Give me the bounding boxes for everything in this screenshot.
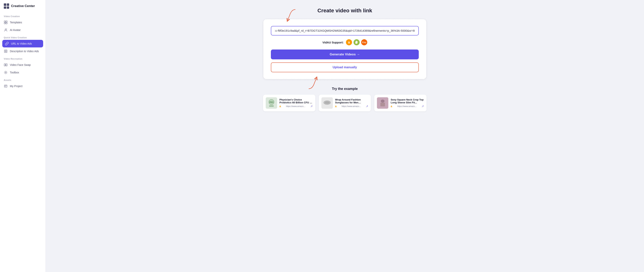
link-icon [5, 42, 9, 45]
svg-rect-1 [6, 21, 7, 22]
main-card: VidAU Support: a Etsy Generate Videos → [263, 19, 426, 79]
url-to-video-label: URL to Video Ads [11, 42, 32, 45]
templates-label: Templates [10, 21, 22, 24]
external-link-icon-3[interactable]: ↗ [422, 105, 424, 108]
url-input-wrapper[interactable] [271, 26, 419, 35]
amazon-platform-3: a [390, 105, 392, 108]
example-name-2: Wrap Around Fashion Sunglasses for Men W… [335, 98, 368, 104]
upload-manually-label: Upload manually [333, 66, 357, 69]
example-card-2[interactable]: Wrap Around Fashion Sunglasses for Men W… [319, 95, 371, 111]
example-url-row-1: a https://www.amazo... ↗ [280, 105, 313, 108]
external-link-icon-2[interactable]: ↗ [366, 105, 368, 108]
svg-point-10 [5, 72, 6, 73]
section-video-recreation: Video Recreation [0, 55, 46, 61]
sidebar-item-my-project[interactable]: My Project [0, 82, 46, 90]
example-url-row-2: a https://www.amazo... ↗ [335, 105, 368, 108]
upload-manually-button[interactable]: Upload manually [271, 62, 419, 72]
logo-icon [4, 3, 9, 9]
svg-rect-3 [6, 22, 7, 24]
etsy-icon: Etsy [361, 39, 367, 45]
face-swap-icon [4, 63, 8, 67]
sidebar-item-templates[interactable]: Templates [0, 18, 46, 26]
support-row: VidAU Support: a Etsy [271, 39, 419, 45]
generate-button-label: Generate Videos → [330, 53, 360, 56]
toolbox-icon [4, 71, 8, 74]
example-img-3 [377, 97, 388, 109]
amazon-platform-2: a [335, 105, 337, 108]
generate-button[interactable]: Generate Videos → [271, 49, 419, 59]
sidebar-item-video-face-swap[interactable]: Video Face Swap [0, 61, 46, 69]
example-name-3: Sexy Square Neck Crop Top Long Sleeve Sl… [390, 98, 424, 104]
sidebar-item-ai-avatar[interactable]: AI Avatar [0, 26, 46, 34]
example-info-1: Physician's Choice Probiotics 60 Billion… [280, 98, 313, 108]
svg-rect-11 [4, 85, 7, 87]
sidebar-item-toolbox[interactable]: Toolbox [0, 69, 46, 76]
project-icon [4, 84, 8, 88]
svg-point-5 [6, 29, 7, 29]
example-img-2 [322, 97, 333, 109]
try-example-section: Try the example PRO Physician's Choice P… [263, 87, 426, 111]
avatar-icon [4, 28, 8, 32]
section-video-creation: Video Creation [0, 12, 46, 18]
toolbox-label: Toolbox [10, 71, 19, 74]
section-assets: Assets [0, 76, 46, 82]
example-url-row-3: a https://www.amazo... ↗ [390, 105, 424, 108]
my-project-label: My Project [10, 85, 22, 88]
url-input[interactable] [275, 29, 415, 32]
example-url-1: https://www.amazo... [286, 105, 305, 107]
example-img-1: PRO [266, 97, 277, 109]
example-url-3: https://www.amazo... [397, 105, 416, 107]
ai-avatar-label: AI Avatar [10, 28, 21, 31]
svg-point-18 [324, 101, 330, 104]
shopify-icon [354, 39, 360, 45]
svg-point-4 [5, 29, 6, 30]
desc-icon [4, 49, 8, 53]
arrow-top [280, 8, 303, 22]
examples-grid: PRO Physician's Choice Probiotics 60 Bil… [263, 95, 426, 111]
svg-rect-2 [4, 22, 6, 24]
app-name: Creative Center [11, 4, 35, 8]
description-to-video-label: Description to Video Ads [10, 50, 39, 53]
section-quick-video: Quick Video Creation [0, 34, 46, 40]
svg-rect-0 [4, 21, 6, 22]
arrow-bottom [301, 76, 324, 90]
template-icon [4, 20, 8, 24]
example-card-1[interactable]: PRO Physician's Choice Probiotics 60 Bil… [263, 95, 315, 111]
svg-rect-9 [6, 64, 7, 66]
video-face-swap-label: Video Face Swap [10, 63, 30, 66]
example-card-3[interactable]: Sexy Square Neck Crop Top Long Sleeve Sl… [374, 95, 426, 111]
amazon-icon: a [346, 39, 352, 45]
svg-text:PRO: PRO [269, 101, 274, 103]
example-name-1: Physician's Choice Probiotics 60 Billion… [280, 98, 313, 104]
try-example-title: Try the example [263, 87, 426, 91]
sidebar-item-description-to-video[interactable]: Description to Video Ads [0, 47, 46, 55]
sidebar-item-url-to-video[interactable]: URL to Video Ads [2, 40, 43, 47]
svg-point-20 [381, 100, 384, 103]
example-info-3: Sexy Square Neck Crop Top Long Sleeve Sl… [390, 98, 424, 108]
example-info-2: Wrap Around Fashion Sunglasses for Men W… [335, 98, 368, 108]
support-label: VidAU Support: [322, 41, 344, 44]
app-logo: Creative Center [0, 3, 46, 12]
amazon-platform-1: a [280, 105, 281, 108]
svg-rect-21 [380, 103, 385, 106]
external-link-icon-1[interactable]: ↗ [310, 105, 313, 108]
example-url-2: https://www.amazo... [342, 105, 361, 107]
support-icons: a Etsy [346, 39, 367, 45]
sidebar: Creative Center Video Creation Templates… [0, 0, 46, 272]
svg-rect-15 [269, 105, 274, 107]
main-content: Create video with link VidAU Support: a [46, 0, 644, 272]
page-title: Create video with link [318, 7, 372, 14]
svg-rect-6 [4, 50, 7, 53]
